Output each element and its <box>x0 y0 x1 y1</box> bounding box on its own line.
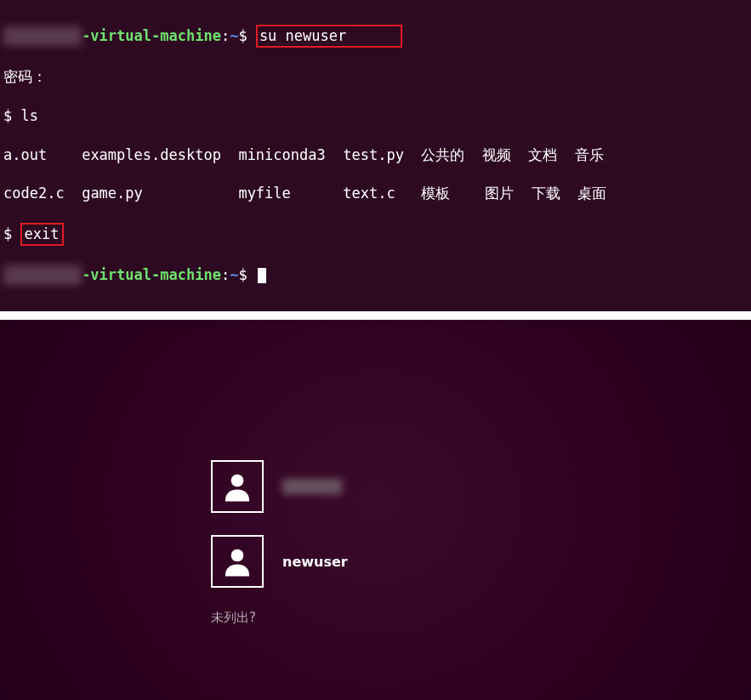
file-item: code2.c <box>3 185 65 202</box>
prompt-path: ~ <box>230 27 238 44</box>
blurred-username: xxxxxxxxx <box>3 265 82 285</box>
file-item: game.py <box>82 185 143 202</box>
terminal-line-ls: $ ls <box>3 106 748 126</box>
terminal-listing-row-1: a.out examples.desktop miniconda3 test.p… <box>3 145 748 165</box>
terminal-line-password: 密码： <box>3 67 748 87</box>
terminal-listing-row-2: code2.c game.py myfile text.c 模板 图片 下载 桌… <box>3 184 748 203</box>
person-icon <box>219 469 255 504</box>
highlight-su-command: su newuser <box>256 25 402 48</box>
avatar-box <box>211 535 264 588</box>
file-item: 桌面 <box>577 185 606 202</box>
highlight-exit-command: exit <box>20 223 64 246</box>
file-item: 视频 <box>482 146 511 163</box>
user-label-blurred: xxxxxx <box>282 479 342 494</box>
cursor-icon <box>258 268 266 283</box>
avatar-box <box>211 460 264 513</box>
file-item: 模板 <box>421 185 450 202</box>
file-item: 图片 <box>485 185 514 202</box>
terminal-line-last: xxxxxxxxx-virtual-machine:~$ <box>3 265 748 285</box>
shell-prompt: $ <box>3 225 20 242</box>
ls-command: ls <box>20 107 37 124</box>
file-item: myfile <box>238 185 290 202</box>
prompt-dollar: $ <box>238 27 255 44</box>
file-item: 下载 <box>532 185 560 202</box>
file-item: text.c <box>343 185 395 202</box>
exit-command: exit <box>24 225 59 242</box>
shell-prompt: $ <box>3 107 20 124</box>
prompt-colon: : <box>221 27 230 44</box>
svg-point-1 <box>231 549 244 562</box>
terminal-window[interactable]: xxxxxxxxx-virtual-machine:~$ su newuser … <box>0 0 751 311</box>
file-item: 文档 <box>528 146 557 163</box>
prompt-path: ~ <box>230 266 238 283</box>
file-item: test.py <box>343 146 404 163</box>
user-entry-1[interactable]: xxxxxx <box>211 460 348 513</box>
user-entry-newuser[interactable]: newuser <box>211 535 348 588</box>
user-label: newuser <box>282 554 348 570</box>
file-item: a.out <box>3 146 47 163</box>
command-text: su newuser <box>259 27 346 44</box>
login-screen: xxxxxx newuser 未列出? ubuntu https://blog.… <box>0 320 751 700</box>
prompt-host: -virtual-machine <box>82 266 221 283</box>
user-list: xxxxxx newuser 未列出? <box>211 460 348 626</box>
file-item: examples.desktop <box>82 146 221 163</box>
blurred-username: xxxxxxxxx <box>3 26 82 46</box>
prompt-dollar: $ <box>238 266 255 283</box>
terminal-line-exit: $ exit <box>3 223 748 246</box>
file-item: miniconda3 <box>238 146 325 163</box>
svg-point-0 <box>231 475 244 487</box>
not-listed-link[interactable]: 未列出? <box>211 610 348 626</box>
person-icon <box>219 543 255 579</box>
terminal-line-1: xxxxxxxxx-virtual-machine:~$ su newuser <box>3 25 748 48</box>
prompt-host: -virtual-machine <box>82 27 221 44</box>
file-item: 公共的 <box>421 146 464 163</box>
prompt-colon: : <box>221 266 230 283</box>
file-item: 音乐 <box>575 146 604 163</box>
